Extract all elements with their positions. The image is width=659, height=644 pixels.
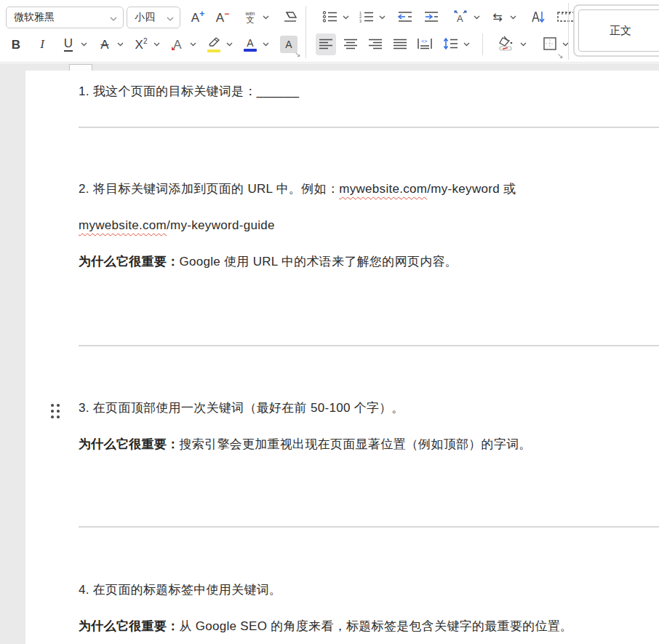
- spellcheck-flagged-text: mywebsite.com: [79, 218, 167, 232]
- paragraph-text: 4. 在页面的标题标签中使用关键词。: [79, 583, 281, 597]
- paragraph-text: Google 使用 URL 中的术语来了解您的网页内容。: [179, 255, 458, 269]
- line-spacing-button[interactable]: [441, 33, 461, 55]
- paragraph-drag-handle[interactable]: [49, 402, 62, 420]
- align-right-button[interactable]: [365, 33, 386, 55]
- paragraph-text: /my-keyword: [427, 182, 500, 196]
- fill-in-blank: ______: [257, 84, 300, 98]
- section-divider: [79, 345, 659, 346]
- superscript-dropdown[interactable]: [151, 33, 161, 55]
- decrease-indent-button[interactable]: [394, 7, 416, 28]
- increase-indent-button[interactable]: [420, 7, 442, 28]
- bold-icon: B: [12, 39, 20, 51]
- why-important-label: 为什么它很重要：: [79, 437, 179, 451]
- paragraph-why-url[interactable]: 为什么它很重要：Google 使用 URL 中的术语来了解您的网页内容。: [79, 252, 458, 272]
- font-group-launcher-icon[interactable]: ↘: [295, 51, 300, 58]
- highlight-dropdown[interactable]: [224, 33, 234, 55]
- paragraph-group-launcher-icon[interactable]: ↘: [557, 52, 563, 60]
- align-left-icon: [318, 38, 334, 52]
- superscript-icon: X2: [135, 38, 148, 51]
- line-spacing-dropdown[interactable]: [461, 33, 471, 55]
- underline-icon: U: [64, 37, 73, 52]
- numbered-list-dropdown[interactable]: [377, 7, 387, 28]
- justify-button[interactable]: [390, 33, 410, 55]
- font-color-dropdown[interactable]: [260, 33, 271, 55]
- numbered-list-icon: 123: [359, 10, 375, 25]
- paragraph-url-example[interactable]: mywebsite.com/my-keyword-guide: [79, 215, 275, 236]
- character-scale-icon: A: [452, 9, 469, 26]
- paragraph-title-tag[interactable]: 4. 在页面的标题标签中使用关键词。: [79, 580, 281, 600]
- font-color-bar: [244, 49, 257, 52]
- increase-indent-icon: [423, 10, 440, 25]
- eraser-icon: [281, 9, 299, 26]
- spellcheck-flagged-text: mywebsite.com: [339, 182, 427, 196]
- font-name-value: 微软雅黑: [14, 11, 55, 24]
- sort-icon: [529, 9, 546, 26]
- highlight-button[interactable]: [204, 33, 224, 55]
- highlight-color-bar: [207, 49, 220, 52]
- line-spacing-icon: [443, 37, 459, 52]
- app-window: 微软雅黑 小四 A+ A− wén 文: [0, 0, 659, 644]
- ribbon-toolbar: 微软雅黑 小四 A+ A− wén 文: [0, 0, 659, 63]
- text-effects-button[interactable]: A: [167, 33, 188, 55]
- paint-bucket-icon: [497, 36, 516, 54]
- why-important-label: 为什么它很重要：: [79, 255, 179, 269]
- distribute-icon: <>: [417, 38, 433, 52]
- svg-text:<>: <>: [421, 39, 427, 44]
- font-name-select[interactable]: 微软雅黑: [6, 7, 124, 28]
- clear-format-button[interactable]: [279, 7, 301, 28]
- phonetic-guide-button[interactable]: wén 文: [240, 7, 260, 28]
- paragraph-text: 或: [500, 182, 516, 196]
- font-color-button[interactable]: A: [240, 33, 260, 55]
- strikethrough-button[interactable]: A: [95, 33, 115, 55]
- font-size-select[interactable]: 小四: [127, 7, 180, 28]
- character-scale-button[interactable]: A: [450, 7, 471, 28]
- paragraph-text: 1. 我这个页面的目标关键词是：: [79, 84, 257, 98]
- svg-text:A: A: [457, 13, 463, 24]
- italic-button[interactable]: I: [32, 33, 52, 55]
- character-scale-dropdown[interactable]: [471, 7, 482, 28]
- paragraph-text: 3. 在页面顶部使用一次关键词（最好在前 50-100 个字）。: [79, 401, 404, 415]
- paragraph-top-keyword[interactable]: 3. 在页面顶部使用一次关键词（最好在前 50-100 个字）。: [79, 398, 404, 418]
- underline-dropdown[interactable]: [79, 33, 89, 55]
- document-page[interactable]: 1. 我这个页面的目标关键词是：______ 2. 将目标关键词添加到页面的 U…: [25, 71, 659, 644]
- bullet-list-button[interactable]: [320, 7, 340, 28]
- borders-icon: [543, 36, 557, 53]
- paragraph-keyword-blank[interactable]: 1. 我这个页面的目标关键词是：______: [79, 82, 299, 102]
- bold-button[interactable]: B: [6, 33, 26, 55]
- bullet-list-dropdown[interactable]: [340, 7, 351, 28]
- sort-button[interactable]: [527, 7, 548, 28]
- paragraph-why-top[interactable]: 为什么它很重要：搜索引擎会更加重视出现在页面显著位置（例如顶部）的字词。: [79, 434, 532, 455]
- align-center-icon: [343, 38, 359, 52]
- style-item-label: 正文: [610, 24, 631, 38]
- strikethrough-dropdown[interactable]: [115, 33, 125, 55]
- paragraph-text: 2. 将目标关键词添加到页面的 URL 中。例如：: [79, 182, 339, 196]
- shading-fill-button[interactable]: [495, 33, 518, 55]
- paragraph-text: /my-keyword-guide: [167, 218, 275, 232]
- phonetic-guide-dropdown[interactable]: [260, 7, 271, 28]
- paragraph-url-tip[interactable]: 2. 将目标关键词添加到页面的 URL 中。例如：mywebsite.com/m…: [79, 179, 516, 199]
- shading-fill-dropdown[interactable]: [518, 33, 528, 55]
- align-center-button[interactable]: [340, 33, 361, 55]
- align-left-button[interactable]: [316, 33, 336, 55]
- strikethrough-icon: A: [100, 39, 108, 51]
- superscript-button[interactable]: X2: [131, 33, 151, 55]
- text-effects-dropdown[interactable]: [188, 33, 198, 55]
- style-item-body-text[interactable]: 正文: [578, 9, 659, 52]
- grow-font-button[interactable]: A+: [188, 7, 208, 28]
- text-direction-dropdown[interactable]: [508, 7, 518, 28]
- text-direction-button[interactable]: ⇆: [487, 7, 508, 28]
- justify-icon: [392, 38, 408, 52]
- toolbar-separator: [305, 6, 306, 58]
- paragraph-text: 从 Google SEO 的角度来看，标题标签是包含关键字的最重要的位置。: [179, 619, 572, 633]
- text-effects-icon: A: [173, 39, 181, 51]
- align-right-icon: [367, 38, 383, 52]
- distribute-button[interactable]: <>: [415, 33, 435, 55]
- numbered-list-button[interactable]: 123: [356, 7, 377, 28]
- style-gallery: 正文: [573, 4, 659, 57]
- chevron-down-icon: [110, 11, 117, 24]
- underline-button[interactable]: U: [58, 33, 79, 55]
- shrink-font-button[interactable]: A−: [212, 7, 233, 28]
- font-size-value: 小四: [135, 11, 155, 24]
- svg-text:3: 3: [359, 18, 362, 23]
- paragraph-why-title[interactable]: 为什么它很重要：从 Google SEO 的角度来看，标题标签是包含关键字的最重…: [79, 616, 572, 637]
